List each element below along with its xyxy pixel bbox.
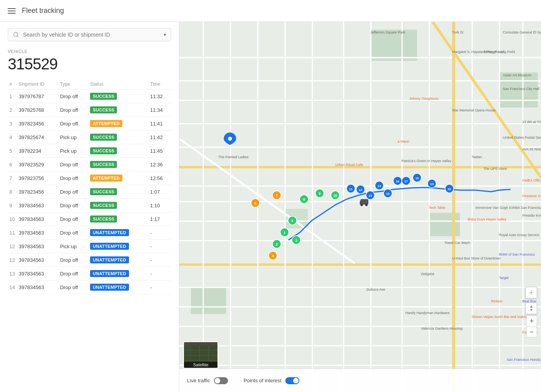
col-time: Time: [149, 79, 171, 90]
row-type: Drop off: [58, 281, 88, 294]
table-row[interactable]: 12 397834563 Drop off UNATTEMPTED -: [8, 253, 171, 267]
svg-text:Firestone Complete Auto Care: Firestone Complete Auto Care: [522, 194, 541, 198]
status-badge: UNATTEMPTED: [90, 243, 129, 250]
my-location-button[interactable]: [525, 287, 537, 298]
svg-text:The UPS Store: The UPS Store: [483, 167, 507, 171]
table-row[interactable]: 2 397825768 Drop off SUCCESS 11:34: [8, 103, 171, 117]
zoom-out-button[interactable]: −: [526, 327, 537, 337]
svg-text:Urban Ritual Cafe: Urban Ritual Cafe: [335, 163, 363, 167]
row-shipment-id: 397834563: [17, 281, 58, 294]
zoom-in-button[interactable]: +: [526, 316, 537, 327]
row-time: -: [149, 226, 171, 240]
live-traffic-label: Live traffic: [187, 378, 210, 383]
status-badge: SUCCESS: [90, 215, 117, 222]
row-num: 4: [8, 131, 17, 144]
row-status: SUCCESS: [88, 131, 149, 144]
svg-text:Johnny Doughnuts: Johnny Doughnuts: [409, 97, 439, 101]
row-status: SUCCESS: [88, 144, 149, 158]
svg-point-125: [228, 137, 232, 141]
row-num: 12: [8, 253, 17, 267]
status-badge: UNATTEMPTED: [90, 284, 129, 291]
row-shipment-id: 397834563: [17, 253, 58, 267]
map-bottom-bar: Live traffic Points of interest ✓: [179, 369, 541, 392]
table-row[interactable]: 8 397823456 Drop off SUCCESS 1:07: [8, 185, 171, 199]
main-layout: ▾ VEHICLE 315529 # Shipment ID Type Stat…: [0, 22, 541, 392]
poi-toggle[interactable]: Points of interest ✓: [244, 377, 299, 384]
status-badge: ATTEMPTED: [90, 120, 122, 127]
table-row[interactable]: 12 397834563 Pick up UNATTEMPTED -: [8, 240, 171, 253]
app-title: Fleet tracking: [22, 7, 64, 15]
svg-rect-21: [179, 326, 541, 327]
menu-icon[interactable]: [8, 8, 16, 14]
row-num: 7: [8, 171, 17, 185]
row-status: ATTEMPTED: [88, 117, 149, 131]
svg-text:Zeitgeist: Zeitgeist: [421, 272, 435, 276]
table-row[interactable]: 4 397825674 Pick up SUCCESS 11:42: [8, 131, 171, 144]
svg-rect-128: [184, 355, 217, 356]
row-time: 11:41: [149, 117, 171, 131]
row-num: 12: [8, 240, 17, 253]
table-row[interactable]: 10 397834563 Drop off SUCCESS 1:17: [8, 212, 171, 226]
svg-text:FedEx Office Print & Ship Cent: FedEx Office Print & Ship Center: [522, 178, 541, 182]
vehicle-label: VEHICLE: [8, 49, 171, 54]
svg-text:Royal Auto Group Service: Royal Auto Group Service: [499, 233, 539, 237]
svg-text:33 8th at Trinity Place: 33 8th at Trinity Place: [522, 120, 541, 124]
svg-rect-29: [343, 22, 344, 392]
svg-text:Asian Art Museum: Asian Art Museum: [503, 73, 531, 77]
row-num: 2: [8, 103, 17, 117]
svg-text:17: 17: [405, 180, 408, 183]
svg-text:4: 4: [272, 254, 274, 258]
svg-rect-28: [312, 22, 313, 392]
satellite-label: Satellite: [184, 362, 217, 368]
svg-rect-17: [179, 240, 541, 241]
row-time: 12:56: [149, 171, 171, 185]
table-row[interactable]: 7 397823756 Drop off ATTEMPTED 12:56: [8, 171, 171, 185]
row-type: Drop off: [58, 267, 88, 281]
row-type: Drop off: [58, 226, 88, 240]
traffic-toggle-switch[interactable]: [214, 377, 228, 384]
compass-button[interactable]: [525, 302, 537, 314]
table-row[interactable]: 13 397834563 Drop off UNATTEMPTED -: [8, 267, 171, 281]
svg-rect-27: [285, 22, 286, 392]
svg-text:Shizen Vegan Sushi Bar and Iza: Shizen Vegan Sushi Bar and Izakaya: [472, 315, 529, 319]
table-row[interactable]: 11 397834563 Drop off UNATTEMPTED -: [8, 226, 171, 240]
table-row[interactable]: 9 397834563 Drop off SUCCESS 1:10: [8, 199, 171, 212]
col-type: Type: [58, 79, 88, 90]
chevron-down-icon: ▾: [164, 32, 166, 37]
table-row[interactable]: 1 397976787 Drop off SUCCESS 11:32: [8, 90, 171, 103]
table-row[interactable]: 6 397823529 Drop off SUCCESS 12:36: [8, 158, 171, 171]
svg-rect-127: [184, 350, 217, 351]
row-status: SUCCESS: [88, 185, 149, 199]
traffic-toggle[interactable]: Live traffic: [187, 377, 228, 384]
row-type: Drop off: [58, 253, 88, 267]
svg-point-0: [14, 32, 18, 37]
row-type: Drop off: [58, 158, 88, 171]
row-num: 1: [8, 90, 17, 103]
row-num: 9: [8, 199, 17, 212]
svg-text:San Francisco Honda Service Ce: San Francisco Honda Service Center: [507, 358, 541, 362]
svg-text:Presidio Knolls School: Presidio Knolls School: [522, 214, 541, 217]
col-num: #: [8, 79, 17, 90]
search-input[interactable]: [23, 32, 164, 38]
svg-text:Valencia Gardens Housing: Valencia Gardens Housing: [421, 327, 462, 330]
table-row[interactable]: 5 39782234 Pick up SUCCESS 11:45: [8, 144, 171, 158]
svg-text:16: 16: [396, 180, 400, 183]
svg-text:Tower Car Wash: Tower Car Wash: [444, 241, 470, 245]
row-type: Drop off: [58, 90, 88, 103]
poi-toggle-switch[interactable]: ✓: [285, 377, 299, 384]
satellite-preview[interactable]: Satellite: [183, 341, 218, 369]
svg-rect-8: [179, 57, 541, 58]
svg-marker-134: [530, 309, 532, 311]
table-row[interactable]: 3 397823456 Drop off ATTEMPTED 11:41: [8, 117, 171, 131]
status-badge: SUCCESS: [90, 134, 117, 141]
row-type: Pick up: [58, 131, 88, 144]
search-bar[interactable]: ▾: [8, 28, 171, 41]
row-num: 6: [8, 158, 17, 171]
app-header: Fleet tracking: [0, 0, 541, 22]
svg-text:Boba Guys Hayes Valley: Boba Guys Hayes Valley: [468, 217, 506, 221]
svg-text:11: 11: [349, 187, 353, 191]
table-row[interactable]: 14 397834563 Drop off UNATTEMPTED -: [8, 281, 171, 294]
svg-text:Consulate General El Salvador: Consulate General El Salvador: [503, 30, 541, 34]
svg-rect-18: [179, 263, 541, 266]
status-badge: SUCCESS: [90, 147, 117, 154]
